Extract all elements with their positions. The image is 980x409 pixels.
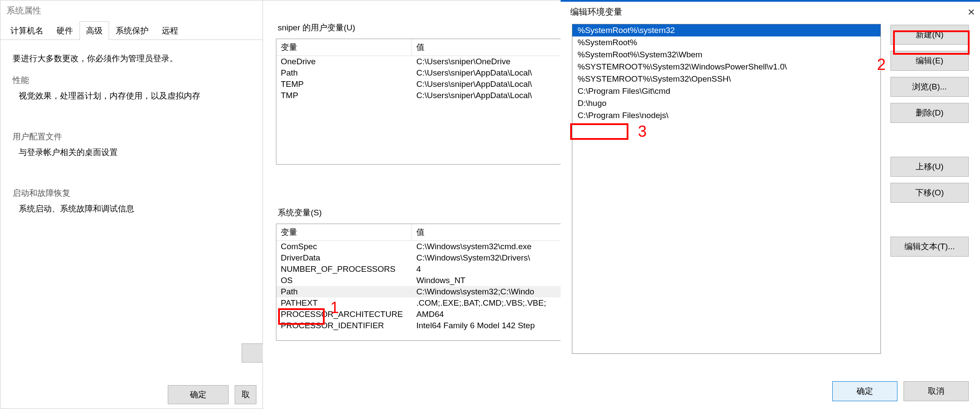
group-startup-recovery: 启动和故障恢复 系统启动、系统故障和调试信息 xyxy=(13,188,250,214)
ok-button[interactable]: 确定 xyxy=(832,381,897,401)
var-name: PROCESSOR_ARCHITECTURE xyxy=(276,309,412,320)
move-down-button[interactable]: 下移(O) xyxy=(890,183,969,203)
list-item[interactable]: %SystemRoot%\system32 xyxy=(572,24,880,36)
var-name: NUMBER_OF_PROCESSORS xyxy=(276,264,412,275)
window-title: 系统属性 xyxy=(0,0,262,21)
list-item[interactable]: %SystemRoot% xyxy=(572,36,880,49)
tab-hardware[interactable]: 硬件 xyxy=(50,21,80,40)
var-name: DriverData xyxy=(276,252,412,264)
browse-button[interactable]: 浏览(B)... xyxy=(890,77,969,97)
admin-note: 要进行大多数更改，你必须作为管理员登录。 xyxy=(13,53,250,64)
system-properties-window: 系统属性 计算机名 硬件 高级 系统保护 远程 要进行大多数更改，你必须作为管理… xyxy=(0,0,263,409)
move-up-button[interactable]: 上移(U) xyxy=(890,157,969,177)
group-label: 启动和故障恢复 xyxy=(13,188,250,199)
tab-system-protection[interactable]: 系统保护 xyxy=(109,21,155,40)
group-desc: 视觉效果，处理器计划，内存使用，以及虚拟内存 xyxy=(19,90,250,102)
group-desc: 与登录帐户相关的桌面设置 xyxy=(19,147,250,158)
tab-advanced[interactable]: 高级 xyxy=(80,21,109,40)
group-user-profiles: 用户配置文件 与登录帐户相关的桌面设置 xyxy=(13,131,250,158)
col-header-name[interactable]: 变量 xyxy=(276,224,412,241)
delete-button[interactable]: 删除(D) xyxy=(890,103,969,123)
col-header-name[interactable]: 变量 xyxy=(276,39,412,56)
var-name: PATHEXT xyxy=(276,297,412,309)
list-item[interactable]: D:\hugo xyxy=(572,97,880,109)
ok-button[interactable]: 确定 xyxy=(168,385,229,404)
cancel-button[interactable]: 取 xyxy=(235,385,256,404)
path-entries-list[interactable]: %SystemRoot%\system32%SystemRoot%%System… xyxy=(572,24,881,354)
var-name: TMP xyxy=(276,90,412,101)
var-name: Path xyxy=(276,286,412,297)
var-name: OS xyxy=(276,275,412,286)
group-desc: 系统启动、系统故障和调试信息 xyxy=(19,203,250,214)
var-name: ComSpec xyxy=(276,241,412,252)
group-performance: 性能 视觉效果，处理器计划，内存使用，以及虚拟内存 xyxy=(13,75,250,102)
list-item[interactable]: %SystemRoot%\System32\Wbem xyxy=(572,49,880,61)
var-name: Path xyxy=(276,67,412,79)
tab-computer-name[interactable]: 计算机名 xyxy=(4,21,50,40)
list-item[interactable]: %SYSTEMROOT%\System32\WindowsPowerShell\… xyxy=(572,61,880,73)
var-name: OneDrive xyxy=(276,56,412,67)
var-name: PROCESSOR_IDENTIFIER xyxy=(276,320,412,331)
edit-env-variable-window: 编辑环境变量 × %SystemRoot%\system32%SystemRoo… xyxy=(561,0,980,409)
settings-button-partial[interactable] xyxy=(242,343,263,363)
tab-remote[interactable]: 远程 xyxy=(155,21,185,40)
group-label: 用户配置文件 xyxy=(13,131,250,142)
list-item[interactable]: %SYSTEMROOT%\System32\OpenSSH\ xyxy=(572,73,880,85)
edit-text-button[interactable]: 编辑文本(T)... xyxy=(890,237,969,257)
list-item[interactable]: C:\Program Files\nodejs\ xyxy=(572,109,880,122)
close-icon[interactable]: × xyxy=(965,8,977,16)
tab-strip: 计算机名 硬件 高级 系统保护 远程 xyxy=(0,21,262,40)
cancel-button[interactable]: 取消 xyxy=(904,381,969,401)
var-name: TEMP xyxy=(276,79,412,90)
window-title: 编辑环境变量 xyxy=(570,6,622,18)
new-button[interactable]: 新建(N) xyxy=(890,25,969,45)
edit-button[interactable]: 编辑(E) xyxy=(890,51,969,71)
group-label: 性能 xyxy=(13,75,250,86)
list-item[interactable]: C:\Program Files\Git\cmd xyxy=(572,85,880,97)
